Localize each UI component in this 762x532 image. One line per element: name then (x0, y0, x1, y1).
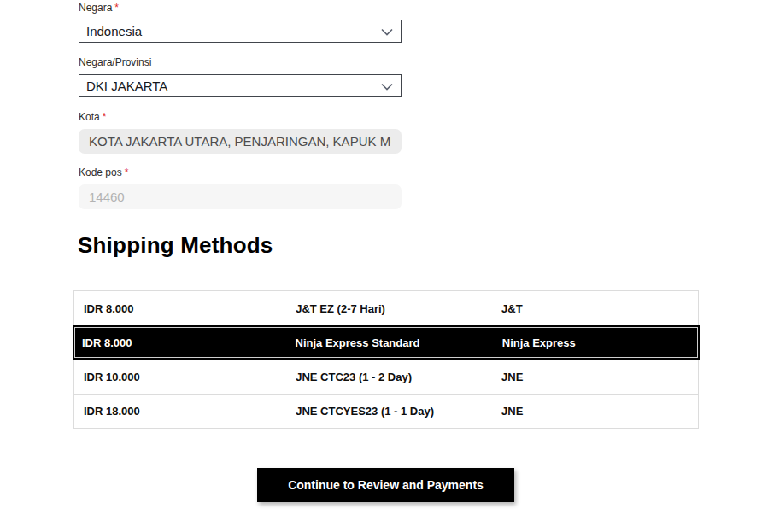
method-carrier: JNE (492, 371, 698, 383)
shipping-methods-table: IDR 8.000 J&T EZ (2-7 Hari) J&T IDR 8.00… (73, 290, 699, 429)
city-input (79, 129, 402, 154)
method-name: JNE CTC23 (1 - 2 Day) (286, 371, 492, 383)
field-region: Negara/Provinsi DKI JAKARTA (79, 56, 402, 97)
shipping-method-row[interactable]: IDR 8.000 J&T EZ (2-7 Hari) J&T (74, 291, 698, 325)
shipping-method-row[interactable]: IDR 18.000 JNE CTCYES23 (1 - 1 Day) JNE (74, 394, 698, 428)
country-select[interactable]: Indonesia (79, 20, 402, 43)
method-name: Ninja Express Standard (286, 336, 493, 349)
continue-to-review-button[interactable]: Continue to Review and Payments (257, 468, 514, 502)
field-postcode: Kode pos* (79, 167, 402, 209)
section-divider (79, 459, 696, 459)
region-label: Negara/Provinsi (79, 56, 402, 68)
method-carrier: Ninja Express (493, 336, 700, 349)
region-select[interactable]: DKI JAKARTA (79, 74, 402, 97)
required-asterisk: * (103, 111, 107, 123)
checkout-shipping-page: Negara* Indonesia Negara/Provinsi DKI JA… (0, 0, 762, 532)
country-label: Negara* (79, 2, 402, 14)
region-label-text: Negara/Provinsi (79, 56, 151, 68)
field-country: Negara* Indonesia (79, 2, 402, 43)
required-asterisk: * (114, 2, 119, 14)
method-price: IDR 8.000 (74, 302, 286, 315)
shipping-method-row-selected[interactable]: IDR 8.000 Ninja Express Standard Ninja E… (73, 325, 700, 360)
method-carrier: J&T (492, 302, 698, 315)
field-city: Kota* (79, 111, 402, 154)
country-label-text: Negara (79, 2, 112, 14)
shipping-methods-title: Shipping Methods (78, 232, 273, 259)
postcode-input (79, 184, 402, 209)
method-name: J&T EZ (2-7 Hari) (286, 302, 492, 315)
postcode-label-text: Kode pos (79, 167, 122, 178)
required-asterisk: * (125, 167, 129, 178)
shipping-method-row[interactable]: IDR 10.000 JNE CTC23 (1 - 2 Day) JNE (74, 360, 698, 394)
city-label-text: Kota (79, 111, 100, 123)
method-carrier: JNE (492, 405, 698, 418)
method-name: JNE CTCYES23 (1 - 1 Day) (286, 405, 492, 418)
method-price: IDR 8.000 (73, 336, 286, 349)
city-label: Kota* (79, 111, 402, 123)
postcode-label: Kode pos* (79, 167, 402, 178)
method-price: IDR 18.000 (74, 405, 286, 418)
method-price: IDR 10.000 (74, 371, 286, 383)
